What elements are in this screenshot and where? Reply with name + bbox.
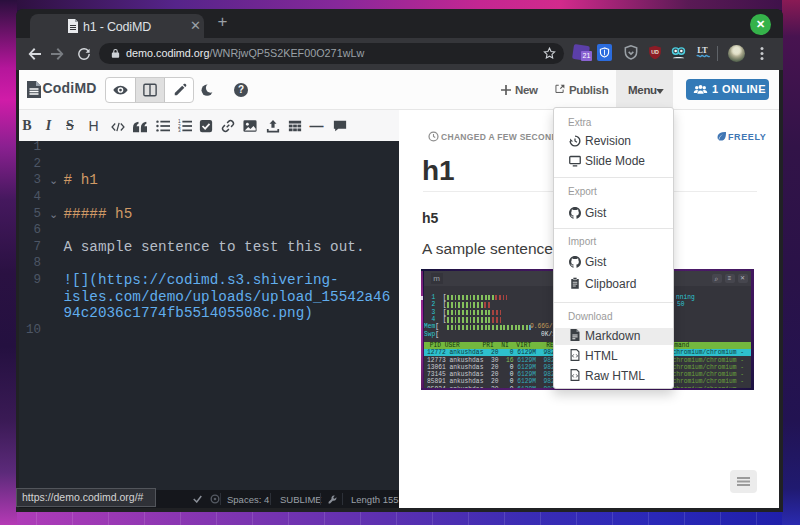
svg-text:LT: LT	[697, 45, 708, 55]
svg-text:3: 3	[178, 128, 181, 133]
svg-text:UD: UD	[651, 49, 659, 55]
